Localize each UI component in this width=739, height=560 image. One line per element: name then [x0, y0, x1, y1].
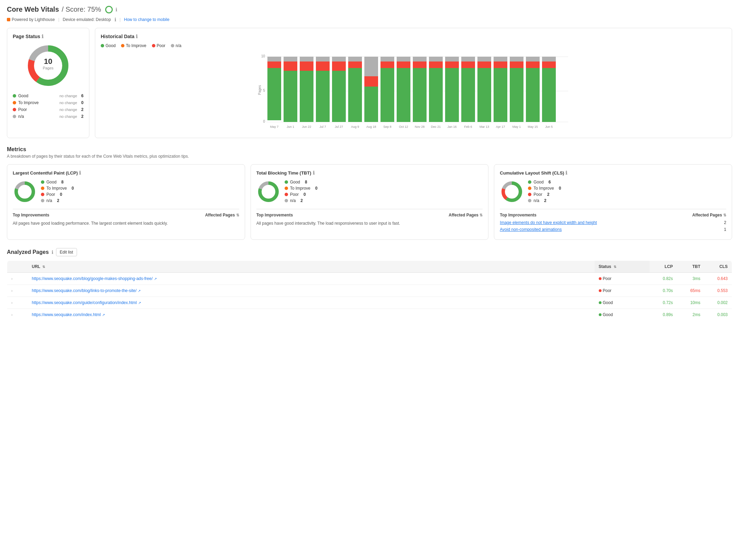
lcp-info-icon[interactable]: ℹ: [79, 170, 81, 176]
lcp-good-dot: [41, 180, 44, 184]
cls-improvements: Top Improvements Affected Pages ⇅ Image …: [500, 209, 726, 232]
lcp-filter-icon[interactable]: ⇅: [236, 213, 239, 217]
historical-data-title: Historical Data ℹ: [101, 34, 726, 39]
header-info-icon[interactable]: ℹ: [115, 7, 117, 12]
donut-chart: 10 Pages: [26, 43, 70, 88]
row-lcp-2: 0.70s: [650, 285, 677, 297]
metrics-subtitle: A breakdown of pages by their status for…: [7, 154, 732, 159]
bar-chart: 10 5 0 Pages: [101, 52, 726, 132]
cls-improvements-header: Top Improvements Affected Pages ⇅: [500, 213, 726, 217]
lcp-improvements-text: All pages have good loading performance.…: [13, 220, 239, 226]
svg-rect-45: [429, 57, 443, 61]
svg-rect-44: [429, 61, 443, 68]
svg-rect-26: [332, 61, 346, 71]
svg-text:May 1: May 1: [512, 125, 521, 128]
page-status-info-icon[interactable]: ℹ: [42, 34, 43, 39]
hist-toimprove-dot: [121, 44, 124, 47]
cls-poor-dot: [528, 193, 531, 196]
col-expand: [7, 261, 28, 273]
row-expand-1[interactable]: ›: [7, 273, 28, 285]
edit-list-button[interactable]: Edit list: [56, 248, 77, 256]
svg-rect-54: [477, 57, 491, 61]
cls-legend: Good 6 To Improve 0 Poor 2: [528, 180, 561, 204]
tbt-na-dot: [285, 199, 288, 202]
score-circle: [105, 6, 113, 13]
tbt-filter-icon[interactable]: ⇅: [479, 213, 483, 217]
col-url: URL ⇅: [28, 261, 595, 273]
svg-rect-16: [284, 71, 297, 122]
divider2: |: [120, 17, 121, 22]
cls-toimprove-dot: [528, 187, 531, 190]
svg-text:0: 0: [263, 120, 265, 123]
historical-info-icon[interactable]: ℹ: [136, 34, 137, 39]
url-link-2[interactable]: https://www.seoquake.com/blog/links-to-p…: [32, 288, 591, 293]
svg-rect-21: [300, 57, 313, 61]
svg-rect-38: [397, 61, 410, 68]
lcp-toimprove-dot: [41, 187, 44, 190]
lcp-card: Largest Contentful Paint (LCP) ℹ: [7, 164, 245, 240]
svg-rect-63: [526, 57, 540, 61]
row-expand-3[interactable]: ›: [7, 297, 28, 309]
lcp-donut: [13, 180, 37, 205]
row-expand-2[interactable]: ›: [7, 285, 28, 297]
status-legend: Good no change 6 To Improve no change 0 …: [13, 93, 84, 119]
url-link-1[interactable]: https://www.seoquake.com/blog/google-mak…: [32, 276, 591, 281]
cls-improvement-link-1[interactable]: Image elements do not have explicit widt…: [500, 220, 597, 225]
row-status-1: Poor: [595, 273, 650, 285]
svg-rect-34: [380, 68, 394, 122]
lcp-title: Largest Contentful Paint (LCP) ℹ: [13, 170, 239, 176]
donut-chart-container: 10 Pages: [13, 43, 84, 88]
row-status-3: Good: [595, 297, 650, 309]
row-expand-4[interactable]: ›: [7, 309, 28, 321]
svg-rect-65: [542, 61, 556, 68]
cls-inner: Good 6 To Improve 0 Poor 2: [500, 180, 726, 205]
svg-text:Jun 5: Jun 5: [545, 125, 553, 128]
lcp-legend: Good 8 To Improve 0 Poor 0: [41, 180, 74, 204]
tbt-improvements-header: Top Improvements Affected Pages ⇅: [256, 213, 483, 217]
divider: |: [58, 17, 59, 22]
svg-rect-29: [348, 61, 362, 68]
cls-improvement-link-2[interactable]: Avoid non-composited animations: [500, 227, 562, 232]
svg-rect-30: [348, 57, 362, 61]
col-lcp: LCP: [650, 261, 677, 273]
row-lcp-4: 0.89s: [650, 309, 677, 321]
svg-rect-14: [267, 61, 281, 68]
cls-info-icon[interactable]: ℹ: [565, 170, 567, 176]
status-dot-2: [599, 289, 602, 292]
tbt-poor-dot: [285, 193, 288, 196]
tbt-toimprove-dot: [285, 187, 288, 190]
tbt-info-icon[interactable]: ℹ: [313, 170, 315, 176]
status-sort-icon[interactable]: ⇅: [614, 265, 616, 269]
url-link-4[interactable]: https://www.seoquake.com/index.html ↗: [32, 312, 591, 317]
svg-text:Jul 27: Jul 27: [335, 125, 343, 128]
legend-item-poor: Poor no change 2: [13, 107, 84, 112]
tbt-improvements: Top Improvements Affected Pages ⇅ All pa…: [256, 209, 483, 226]
cls-filter-icon[interactable]: ⇅: [723, 213, 726, 217]
analyzed-info-icon[interactable]: ℹ: [52, 249, 53, 255]
cls-na-dot: [528, 199, 531, 202]
svg-rect-19: [300, 71, 313, 122]
svg-rect-18: [284, 57, 297, 61]
svg-text:Sep 8: Sep 8: [383, 125, 391, 128]
device-info-icon[interactable]: ℹ: [114, 17, 116, 22]
url-sort-icon[interactable]: ⇅: [42, 265, 45, 269]
svg-rect-47: [445, 61, 459, 68]
svg-text:Pages: Pages: [258, 85, 262, 95]
status-dot-3: [599, 301, 602, 304]
svg-rect-37: [397, 68, 410, 122]
url-link-3[interactable]: https://www.seoquake.com/guide/configura…: [32, 300, 591, 305]
hist-poor-dot: [152, 44, 155, 47]
row-url-1: https://www.seoquake.com/blog/google-mak…: [28, 273, 595, 285]
mobile-link[interactable]: How to change to mobile: [124, 17, 169, 22]
row-cls-1: 0.643: [705, 273, 732, 285]
cls-title: Cumulative Layout Shift (CLS) ℹ: [500, 170, 726, 176]
svg-rect-60: [510, 57, 523, 61]
svg-rect-49: [461, 68, 475, 122]
lcp-inner: Good 8 To Improve 0 Poor 0: [13, 180, 239, 205]
svg-rect-17: [284, 61, 297, 71]
page-status-title: Page Status ℹ: [13, 34, 84, 39]
hist-legend-toimprove: To Improve: [121, 43, 146, 48]
svg-rect-13: [267, 68, 281, 120]
metrics-title: Metrics: [7, 146, 732, 153]
svg-rect-41: [413, 61, 427, 68]
